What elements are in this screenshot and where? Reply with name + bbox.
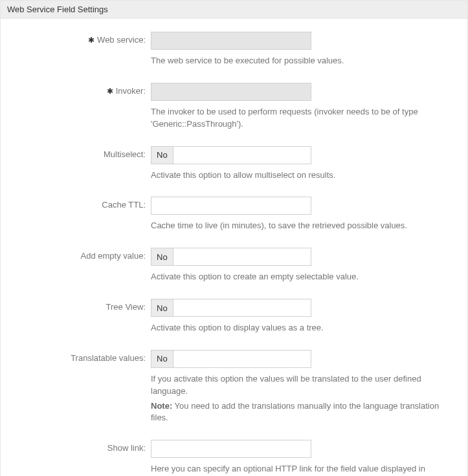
help-invoker: The invoker to be used to perform reques… (151, 106, 458, 131)
help-tree-view: Activate this option to display values a… (151, 322, 458, 334)
label-text: Web service: (97, 35, 146, 45)
cache-ttl-input[interactable] (151, 197, 311, 215)
help-add-empty: Activate this option to create an empty … (151, 271, 458, 283)
multiselect-select[interactable]: No (151, 146, 311, 164)
label-tree-view: Tree View: (10, 299, 151, 312)
help-cache-ttl: Cache time to live (in minutes), to save… (151, 220, 458, 232)
field-col: No Activate this option to allow multise… (151, 146, 458, 182)
field-col: The web service to be executed for possi… (151, 32, 458, 67)
note-text: You need to add the translations manuall… (151, 401, 439, 423)
field-col: No Activate this option to display value… (151, 299, 458, 334)
translatable-select[interactable]: No (151, 350, 311, 368)
field-col: No If you activate this option the value… (151, 350, 458, 424)
translatable-value: No (151, 351, 173, 367)
label-multiselect: Multiselect: (10, 146, 151, 159)
help-show-link-1: Here you can specify an optional HTTP li… (151, 463, 458, 476)
label-cache-ttl: Cache TTL: (10, 197, 151, 210)
row-add-empty: Add empty value: No Activate this option… (10, 248, 458, 283)
field-col: Here you can specify an optional HTTP li… (151, 440, 458, 476)
label-show-link: Show link: (10, 440, 151, 453)
panel-body: ✱Web service: The web service to be exec… (1, 19, 467, 476)
help-web-service: The web service to be executed for possi… (151, 55, 458, 67)
help-multiselect: Activate this option to allow multiselec… (151, 169, 458, 182)
row-multiselect: Multiselect: No Activate this option to … (10, 146, 458, 182)
row-web-service: ✱Web service: The web service to be exec… (10, 32, 458, 67)
row-translatable: Translatable values: No If you activate … (10, 350, 458, 424)
invoker-input[interactable] (151, 83, 311, 101)
label-web-service: ✱Web service: (10, 32, 151, 45)
label-add-empty: Add empty value: (10, 248, 151, 261)
tree-view-value: No (151, 299, 173, 316)
required-icon: ✱ (107, 87, 113, 96)
field-col: The invoker to be used to perform reques… (151, 83, 458, 131)
help-translatable-1: If you activate this option the values w… (151, 373, 458, 398)
label-invoker: ✱Invoker: (10, 83, 151, 96)
required-icon: ✱ (88, 36, 95, 45)
field-col: Cache time to live (in minutes), to save… (151, 197, 458, 232)
label-translatable: Translatable values: (10, 350, 151, 363)
multiselect-value: No (151, 147, 173, 164)
panel-web-service-field-settings: Web Service Field Settings ✱Web service:… (0, 0, 468, 476)
show-link-input[interactable] (151, 440, 311, 458)
add-empty-select[interactable]: No (151, 248, 311, 266)
panel-title: Web Service Field Settings (1, 1, 467, 19)
row-invoker: ✱Invoker: The invoker to be used to perf… (10, 83, 458, 131)
field-col: No Activate this option to create an emp… (151, 248, 458, 283)
note-label: Note: (151, 401, 172, 411)
label-text: Invoker: (116, 86, 146, 96)
web-service-input[interactable] (151, 32, 311, 50)
row-tree-view: Tree View: No Activate this option to di… (10, 299, 458, 334)
add-empty-value: No (151, 248, 173, 265)
tree-view-select[interactable]: No (151, 299, 311, 317)
row-show-link: Show link: Here you can specify an optio… (10, 440, 458, 476)
row-cache-ttl: Cache TTL: Cache time to live (in minute… (10, 197, 458, 232)
help-translatable-note: Note: You need to add the translations m… (151, 400, 458, 425)
